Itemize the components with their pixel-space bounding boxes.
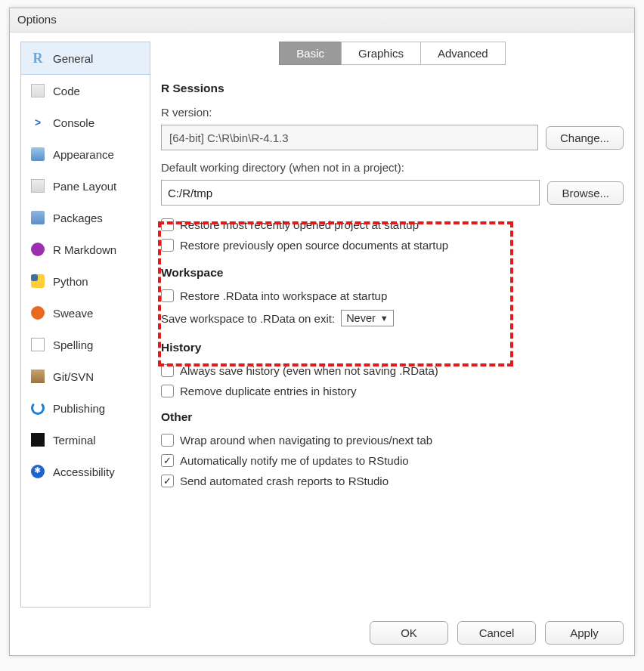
options-dialog: Options R General Code > Console Appeara… [9,8,635,656]
save-workspace-value: Never [346,312,376,324]
dialog-title: Options [10,8,634,32]
default-wd-label: Default working directory (when not in a… [161,161,624,174]
sidebar-item-python[interactable]: Python [21,265,150,297]
code-icon [30,83,45,98]
restore-source-checkbox[interactable] [161,239,174,252]
restore-rdata-checkbox[interactable] [161,289,174,302]
sidebar-item-label: Accessibility [53,465,115,478]
python-icon [30,274,45,289]
tab-basic[interactable]: Basic [279,42,342,65]
sidebar-item-label: Console [53,116,94,129]
dialog-footer: OK Cancel Apply [10,614,634,655]
wrap-tabs-label: Wrap around when navigating to previous/… [180,434,432,447]
wrap-tabs-checkbox[interactable] [161,434,174,447]
apply-button[interactable]: Apply [545,621,624,645]
sidebar-item-git-svn[interactable]: Git/SVN [21,360,150,392]
remove-dup-history-label: Remove duplicate entries in history [180,385,356,397]
pane-layout-icon [30,178,45,193]
r-version-value: [64-bit] C:\R\bin\R-4.1.3 [161,125,538,150]
rmarkdown-icon [30,242,45,257]
sweave-icon [30,305,45,320]
always-save-history-label: Always save history (even when not savin… [180,364,438,377]
section-workspace: Workspace [161,266,624,280]
sidebar-item-console[interactable]: > Console [21,107,150,138]
restore-rdata-label: Restore .RData into workspace at startup [180,289,387,302]
terminal-icon [30,432,45,447]
restore-source-label: Restore previously open source documents… [180,239,448,252]
sidebar-item-label: Sweave [53,307,93,320]
sidebar-item-label: Appearance [53,148,114,161]
sidebar-item-label: Publishing [53,402,105,415]
save-workspace-label: Save workspace to .RData on exit: [161,312,335,325]
git-svn-icon [30,369,45,384]
sidebar-item-appearance[interactable]: Appearance [21,138,150,170]
console-icon: > [30,115,45,130]
section-history: History [161,341,624,354]
tab-graphics[interactable]: Graphics [341,42,421,65]
spelling-icon [30,337,45,352]
notify-updates-row[interactable]: Automatically notify me of updates to RS… [161,454,624,467]
ok-button[interactable]: OK [370,621,448,645]
sidebar-item-label: Git/SVN [53,370,94,383]
notify-updates-checkbox[interactable] [161,454,174,467]
sidebar-item-label: Code [53,85,80,97]
notify-updates-label: Automatically notify me of updates to RS… [180,454,409,467]
options-main-panel: Basic Graphics Advanced R Sessions R ver… [161,42,624,608]
default-wd-input[interactable]: C:/R/tmp [161,180,540,206]
tab-advanced[interactable]: Advanced [420,42,506,65]
change-r-version-button[interactable]: Change... [546,126,624,150]
sidebar-item-label: Python [53,275,88,288]
always-save-history-checkbox[interactable] [161,364,174,377]
crash-reports-row[interactable]: Send automated crash reports to RStudio [161,475,624,487]
wrap-tabs-row[interactable]: Wrap around when navigating to previous/… [161,434,624,447]
packages-icon [30,210,45,225]
options-sidebar: R General Code > Console Appearance Pane… [20,42,150,608]
restore-project-label: Restore most recently opened project at … [180,218,419,231]
restore-project-checkbox[interactable] [161,218,174,231]
save-workspace-row: Save workspace to .RData on exit: Never … [161,310,624,326]
sidebar-item-label: Packages [53,212,103,224]
publishing-icon [30,400,45,416]
r-logo-icon: R [30,51,45,66]
crash-reports-checkbox[interactable] [161,475,174,487]
sidebar-item-packages[interactable]: Packages [21,202,150,233]
sidebar-item-general[interactable]: R General [21,42,150,75]
sidebar-item-code[interactable]: Code [21,75,150,107]
sidebar-item-accessibility[interactable]: Accessibility [21,456,150,487]
appearance-icon [30,147,45,162]
r-version-label: R version: [161,106,624,119]
sidebar-item-sweave[interactable]: Sweave [21,297,150,329]
cancel-button[interactable]: Cancel [457,621,536,645]
sidebar-item-terminal[interactable]: Terminal [21,424,150,456]
remove-dup-history-checkbox[interactable] [161,385,174,397]
browse-wd-button[interactable]: Browse... [547,181,624,205]
section-r-sessions: R Sessions [161,82,624,95]
chevron-down-icon: ▼ [380,314,389,323]
crash-reports-label: Send automated crash reports to RStudio [180,475,389,487]
save-workspace-select[interactable]: Never ▼ [341,310,394,326]
options-tabs: Basic Graphics Advanced [161,42,624,65]
remove-dup-history-row[interactable]: Remove duplicate entries in history [161,385,624,397]
sidebar-item-publishing[interactable]: Publishing [21,392,150,424]
restore-project-row[interactable]: Restore most recently opened project at … [161,218,624,231]
restore-source-row[interactable]: Restore previously open source documents… [161,239,624,252]
always-save-history-row[interactable]: Always save history (even when not savin… [161,364,624,377]
sidebar-item-label: General [53,52,93,65]
sidebar-item-label: Pane Layout [53,180,116,193]
sidebar-item-label: R Markdown [53,243,116,256]
sidebar-item-spelling[interactable]: Spelling [21,329,150,360]
sidebar-item-label: Spelling [53,339,93,351]
dialog-body: R General Code > Console Appearance Pane… [10,32,634,614]
sidebar-item-label: Terminal [53,434,96,447]
sidebar-item-pane-layout[interactable]: Pane Layout [21,170,150,202]
restore-rdata-row[interactable]: Restore .RData into workspace at startup [161,289,624,302]
accessibility-icon [30,464,45,479]
sidebar-item-r-markdown[interactable]: R Markdown [21,233,150,265]
section-other: Other [161,410,624,424]
